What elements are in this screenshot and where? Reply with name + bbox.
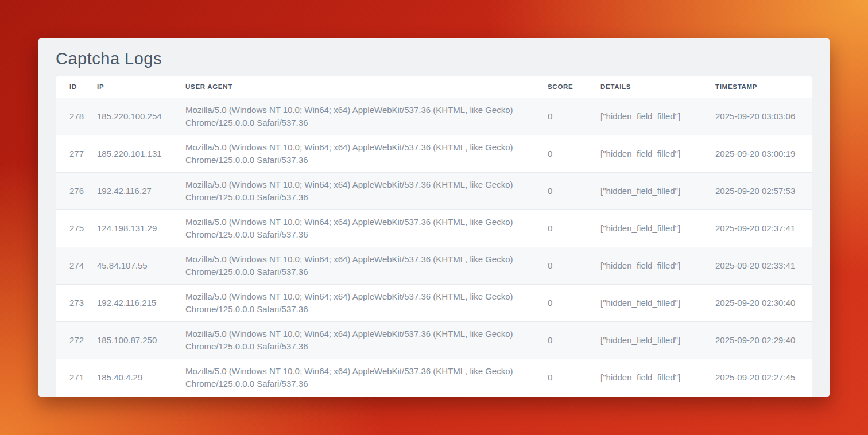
cell-score: 0 [548,359,600,396]
cell-id: 274 [56,247,97,284]
cell-timestamp: 2025-09-20 03:00:19 [715,135,812,172]
table-row: 277 185.220.101.131 Mozilla/5.0 (Windows… [56,135,812,172]
cell-score: 0 [548,172,600,209]
cell-details: ["hidden_field_filled"] [600,359,715,396]
table-row: 275 124.198.131.29 Mozilla/5.0 (Windows … [56,209,812,247]
column-header-score: SCORE [548,76,600,98]
cell-details: ["hidden_field_filled"] [600,135,715,172]
column-header-details: DETAILS [600,76,715,98]
cell-timestamp: 2025-09-20 02:29:40 [715,321,812,359]
table-header-row: ID IP USER AGENT SCORE DETAILS TIMESTAMP [56,76,812,98]
cell-user-agent: Mozilla/5.0 (Windows NT 10.0; Win64; x64… [185,135,548,172]
column-header-user-agent: USER AGENT [185,76,548,98]
table-row: 278 185.220.100.254 Mozilla/5.0 (Windows… [56,98,812,135]
cell-score: 0 [548,321,600,359]
cell-ip: 185.100.87.250 [97,321,185,359]
cell-id: 276 [56,172,97,209]
cell-user-agent: Mozilla/5.0 (Windows NT 10.0; Win64; x64… [185,209,548,247]
cell-score: 0 [548,209,600,247]
cell-ip: 185.220.100.254 [97,98,185,135]
cell-timestamp: 2025-09-20 02:57:53 [715,172,812,209]
cell-id: 275 [56,209,97,247]
cell-ip: 124.198.131.29 [97,209,185,247]
cell-user-agent: Mozilla/5.0 (Windows NT 10.0; Win64; x64… [185,359,548,396]
page-title: Captcha Logs [38,38,830,76]
cell-score: 0 [548,284,600,321]
table-row: 274 45.84.107.55 Mozilla/5.0 (Windows NT… [56,247,812,284]
cell-id: 277 [56,135,97,172]
captcha-logs-card: Captcha Logs ID IP USER AGENT SCORE DETA… [38,38,830,397]
cell-user-agent: Mozilla/5.0 (Windows NT 10.0; Win64; x64… [185,321,548,359]
cell-ip: 192.42.116.27 [97,172,185,209]
cell-ip: 185.220.101.131 [97,135,185,172]
cell-timestamp: 2025-09-20 03:03:06 [715,98,812,135]
captcha-logs-table: ID IP USER AGENT SCORE DETAILS TIMESTAMP… [56,76,812,396]
table-container: ID IP USER AGENT SCORE DETAILS TIMESTAMP… [56,76,812,397]
table-row: 276 192.42.116.27 Mozilla/5.0 (Windows N… [56,172,812,209]
table-body: 278 185.220.100.254 Mozilla/5.0 (Windows… [56,98,812,396]
cell-timestamp: 2025-09-20 02:30:40 [715,284,812,321]
background: { "page": { "title": "Captcha Logs" }, "… [0,0,868,435]
table-row: 271 185.40.4.29 Mozilla/5.0 (Windows NT … [56,359,812,396]
cell-details: ["hidden_field_filled"] [600,98,715,135]
cell-ip: 45.84.107.55 [97,247,185,284]
cell-score: 0 [548,98,600,135]
cell-user-agent: Mozilla/5.0 (Windows NT 10.0; Win64; x64… [185,98,548,135]
cell-id: 271 [56,359,97,396]
cell-user-agent: Mozilla/5.0 (Windows NT 10.0; Win64; x64… [185,247,548,284]
cell-ip: 192.42.116.215 [97,284,185,321]
cell-id: 272 [56,321,97,359]
cell-details: ["hidden_field_filled"] [600,247,715,284]
cell-id: 273 [56,284,97,321]
column-header-id: ID [56,76,97,98]
cell-score: 0 [548,135,600,172]
cell-timestamp: 2025-09-20 02:33:41 [715,247,812,284]
cell-details: ["hidden_field_filled"] [600,172,715,209]
cell-score: 0 [548,247,600,284]
cell-user-agent: Mozilla/5.0 (Windows NT 10.0; Win64; x64… [185,172,548,209]
cell-id: 278 [56,98,97,135]
cell-user-agent: Mozilla/5.0 (Windows NT 10.0; Win64; x64… [185,284,548,321]
cell-details: ["hidden_field_filled"] [600,209,715,247]
cell-details: ["hidden_field_filled"] [600,284,715,321]
table-row: 272 185.100.87.250 Mozilla/5.0 (Windows … [56,321,812,359]
cell-timestamp: 2025-09-20 02:27:45 [715,359,812,396]
cell-timestamp: 2025-09-20 02:37:41 [715,209,812,247]
table-row: 273 192.42.116.215 Mozilla/5.0 (Windows … [56,284,812,321]
cell-ip: 185.40.4.29 [97,359,185,396]
cell-details: ["hidden_field_filled"] [600,321,715,359]
column-header-timestamp: TIMESTAMP [715,76,812,98]
column-header-ip: IP [97,76,185,98]
